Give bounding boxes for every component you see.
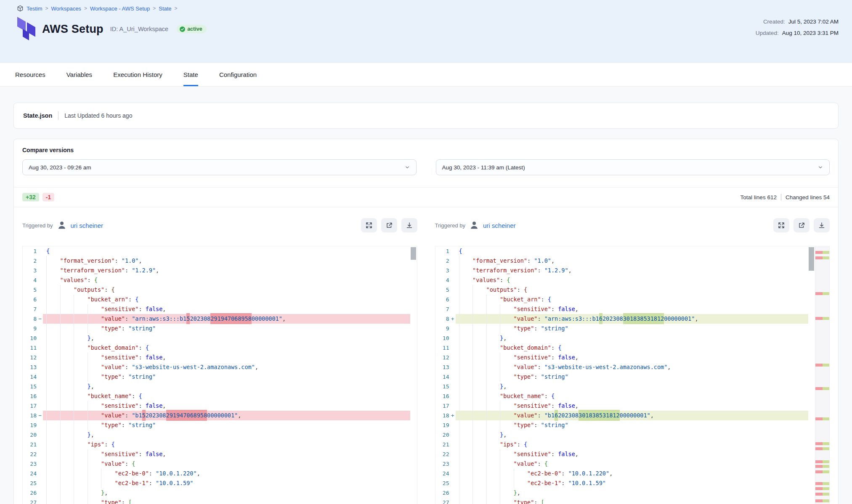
version-select-left[interactable]: Aug 30, 2023 - 09:26 am [22,159,417,175]
download-icon [818,222,825,229]
code-line: 12"sensitive": false, [23,353,410,362]
vertical-scrollbar[interactable] [808,246,815,504]
triggered-by-label: Triggered by [22,222,53,229]
diff-ruler-mark [815,493,829,496]
user-link[interactable]: uri scheiner [71,222,104,229]
breadcrumb-separator: > [175,5,178,11]
diff-panels: Triggered byuri scheiner1{2"format_versi… [14,207,838,504]
line-number: 2 [23,256,43,266]
code-line: 2"format_version": "1.0", [23,256,410,266]
line-content: "type": "string" [456,324,809,333]
code-line: 5"outputs": { [435,285,809,295]
added-line-marker: + [451,411,454,420]
line-content: { [43,246,410,256]
vertical-scrollbar[interactable] [410,246,417,504]
external-link-button[interactable] [381,218,397,232]
diff-overview-ruler[interactable] [815,246,829,504]
tab-state[interactable]: State [183,63,198,86]
tab-bar: ResourcesVariablesExecution HistoryState… [0,63,852,87]
code-line: 8−"value": "arn:aws:s3:::b15202308291947… [23,314,410,324]
expand-button[interactable] [773,218,789,232]
updated-value: Aug 10, 2023 3:31 PM [782,30,839,36]
line-number: 13 [23,362,43,372]
line-content: }, [456,430,809,440]
line-number: 14 [23,372,43,382]
scrollbar-thumb[interactable] [411,247,416,260]
code-line: 17"sensitive": false, [435,401,809,411]
line-content: "bucket_name": { [43,391,410,401]
line-content: "ips": { [43,440,410,449]
download-button[interactable] [401,218,417,232]
code-line: 6"bucket_arn": { [435,295,809,304]
panel-header: Triggered byuri scheiner [435,217,830,233]
tab-execution-history[interactable]: Execution History [113,63,162,86]
line-content: }, [456,333,809,343]
cube-icon [17,5,24,12]
code-line: 11"bucket_domain": { [23,343,410,353]
line-content: "type": "string" [456,372,809,382]
main-content: State.json Last Updated 6 hours ago Comp… [0,103,852,504]
line-number: 22 [23,449,43,459]
line-number: 4 [23,275,43,285]
line-number: 15 [23,382,43,391]
version-select-right[interactable]: Aug 30, 2023 - 11:39 am (Latest) [436,159,830,175]
line-number: 5 [23,285,43,295]
line-content: "format_version": "1.0", [456,256,809,266]
line-content: }, [456,488,809,498]
line-number: 6 [23,295,43,304]
breadcrumb-separator: > [84,5,87,11]
code-line: 25"ec2-be-1": "10.0.1.59" [435,478,809,488]
code-lines: 1{2"format_version": "1.0",3"terraform_v… [435,246,809,504]
code-line: 18+"value": "b16202308301838531812000000… [435,411,809,420]
line-number: 1 [435,246,456,256]
breadcrumb-separator: > [153,5,156,11]
code-line: 3"terraform_version": "1.2.9", [23,266,410,275]
code-line: 13"value": "s3-website-us-west-2.amazona… [435,362,809,372]
line-number: 27 [435,498,456,504]
diff-ruler-mark [815,487,829,490]
line-content: }, [43,430,410,440]
added-line-content: "value": "arn:aws:s3:::b1620230830183853… [456,314,809,324]
line-number: 20 [23,430,43,440]
chevron-down-icon [404,164,410,170]
line-content: "value": "s3-website-us-west-2.amazonaws… [456,362,809,372]
external-link-button[interactable] [794,218,810,232]
code-line: 22"sensitive": false, [23,449,410,459]
page-title: AWS Setup [42,23,104,36]
diff-ruler-mark [815,256,829,259]
expand-icon [778,222,785,229]
user-link[interactable]: uri scheiner [483,222,516,229]
diff-ruler-mark [815,499,829,502]
tab-configuration[interactable]: Configuration [219,63,257,86]
deletions-badge: -1 [42,193,54,201]
download-button[interactable] [814,218,830,232]
line-number: 1 [23,246,43,256]
code-line: 3"terraform_version": "1.2.9", [435,266,809,275]
tab-variables[interactable]: Variables [66,63,92,86]
file-name: State.json [23,112,52,119]
code-line: 1{ [23,246,410,256]
scrollbar-thumb[interactable] [809,247,814,271]
breadcrumb-link[interactable]: Testim [27,5,42,12]
created-value: Jul 5, 2023 7:02 AM [788,18,839,25]
breadcrumb-link[interactable]: State [159,5,171,12]
line-number: 9 [23,324,43,333]
line-content: "value": "s3-website-us-west-2.amazonaws… [43,362,410,372]
code-line: 21"ips": { [23,440,410,449]
breadcrumb-link[interactable]: Workspace - AWS Setup [90,5,150,12]
code-line: 27"type": [ [23,498,410,504]
panel-header: Triggered byuri scheiner [22,217,417,233]
expand-button[interactable] [361,218,377,232]
breadcrumb-link[interactable]: Workspaces [51,5,81,12]
code-line: 15}, [435,382,809,391]
version-select-right-value: Aug 30, 2023 - 11:39 am (Latest) [442,164,525,171]
line-content: "values": { [456,275,809,285]
line-content: "sensitive": false, [456,449,809,459]
code-editor: 1{2"format_version": "1.0",3"terraform_v… [22,246,417,504]
tab-resources[interactable]: Resources [15,63,45,86]
code-line: 25"ec2-be-1": "10.0.1.59" [23,478,410,488]
code-line: 24"ec2-be-0": "10.0.1.220", [23,469,410,478]
line-number: 12 [23,353,43,362]
terraform-logo [17,17,36,41]
line-content: }, [456,382,809,391]
